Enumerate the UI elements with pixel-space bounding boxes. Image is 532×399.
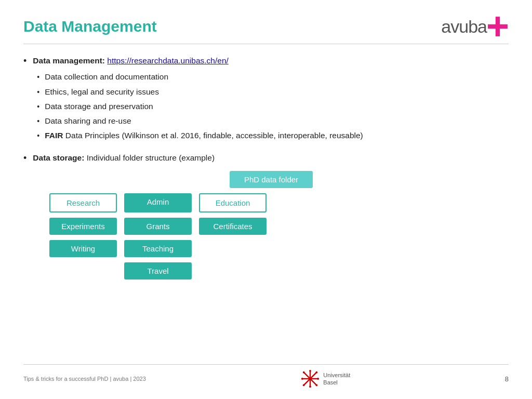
folder-row-3: Writing Teaching [49, 240, 509, 257]
page-title: Data Management [23, 16, 157, 35]
folder-diagram: PhD data folder Research Admin Education… [34, 171, 509, 280]
sub-bullet-text-4: Data sharing and re-use [45, 115, 131, 127]
sub-bullet-list: • Data collection and documentation • Et… [37, 71, 363, 141]
svg-point-6 [309, 370, 311, 372]
folder-grants: Grants [124, 218, 192, 235]
sub-dot-3: • [37, 101, 39, 112]
sub-bullet-1: • Data collection and documentation [37, 71, 363, 83]
folder-experiments: Experiments [49, 218, 117, 235]
data-storage-text: Individual folder structure (example) [87, 153, 215, 162]
folder-root-box: PhD data folder [230, 171, 313, 188]
folder-admin: Admin [124, 193, 192, 212]
bullet-dot-2: • [23, 153, 26, 164]
sub-dot-5: • [37, 130, 39, 141]
folder-root-row: PhD data folder [34, 171, 509, 188]
data-management-label: Data management: [33, 56, 105, 65]
footer-uni-logo: Universität Basel [300, 369, 350, 389]
svg-point-7 [309, 385, 311, 388]
svg-point-10 [303, 371, 305, 374]
footer: Tips & tricks for a successful PhD | avu… [23, 364, 509, 389]
svg-point-8 [301, 378, 303, 380]
svg-point-11 [316, 384, 318, 386]
svg-point-12 [316, 371, 318, 374]
folder-education: Education [199, 193, 267, 212]
sub-bullet-text-2: Ethics, legal and security issues [45, 86, 159, 98]
folder-writing: Writing [49, 240, 117, 257]
folder-certificates: Certificates [199, 218, 267, 235]
bullet-data-storage: • Data storage: Individual folder struct… [23, 152, 509, 164]
bullet-text-2: Data storage: Individual folder structur… [33, 152, 215, 164]
sub-bullet-text-1: Data collection and documentation [45, 71, 168, 83]
svg-rect-1 [488, 24, 508, 29]
divider [23, 44, 509, 44]
folder-row-4: Travel [124, 262, 509, 280]
uni-basel-icon [300, 369, 320, 389]
sub-dot-2: • [37, 87, 39, 98]
sub-bullet-4: • Data sharing and re-use [37, 115, 363, 127]
sub-dot-4: • [37, 116, 39, 127]
svg-point-13 [303, 384, 305, 386]
data-storage-label: Data storage: [33, 153, 84, 162]
sub-bullet-3: • Data storage and preservation [37, 100, 363, 112]
bullet-text-1: Data management: https://researchdata.un… [33, 55, 363, 144]
folder-row-1: Research Admin Education [49, 193, 509, 212]
logo-text: avuba [441, 17, 487, 37]
folder-teaching: Teaching [124, 240, 192, 257]
avuba-logo: avuba [441, 16, 509, 37]
bullet-dot-1: • [23, 56, 26, 66]
slide: Data Management avuba • Data management:… [0, 0, 532, 399]
page-number: 8 [505, 375, 509, 383]
uni-name-text: Universität Basel [323, 371, 350, 387]
folder-row-2: Experiments Grants Certificates [49, 218, 509, 235]
sub-bullet-text-3: Data storage and preservation [45, 100, 153, 112]
folder-research: Research [49, 193, 117, 212]
sub-bullet-2: • Ethics, legal and security issues [37, 86, 363, 98]
folder-travel: Travel [124, 262, 192, 280]
svg-point-9 [317, 378, 320, 380]
sub-bullet-text-5: FAIR Data Principles (Wilkinson et al. 2… [45, 129, 363, 141]
content: • Data management: https://researchdata.… [23, 55, 509, 364]
bullet-data-management: • Data management: https://researchdata.… [23, 55, 509, 144]
footer-left-text: Tips & tricks for a successful PhD | avu… [23, 376, 146, 382]
sub-dot-1: • [37, 72, 39, 83]
data-management-link[interactable]: https://researchdata.unibas.ch/en/ [107, 56, 229, 65]
logo-cross-icon [487, 16, 509, 37]
sub-bullet-5: • FAIR Data Principles (Wilkinson et al.… [37, 129, 363, 141]
header: Data Management avuba [23, 16, 509, 37]
